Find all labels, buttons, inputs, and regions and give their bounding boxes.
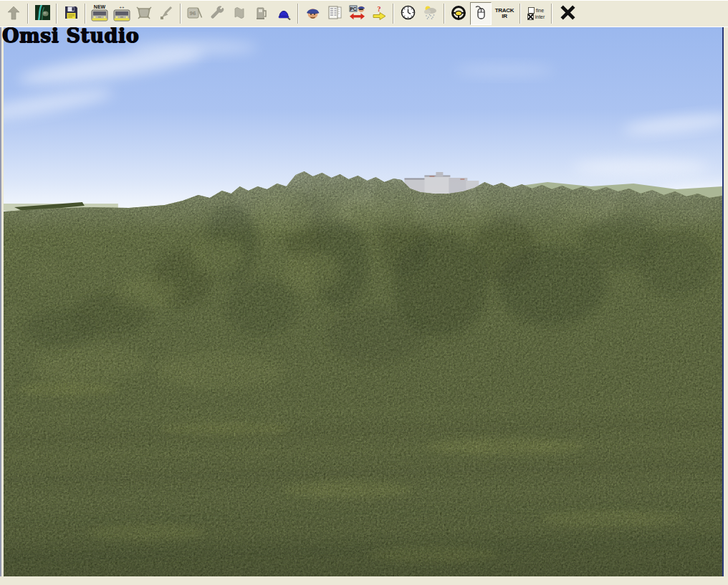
toolbar-separator bbox=[85, 4, 86, 24]
price-96-icon: 96 bbox=[187, 6, 203, 22]
clock-icon bbox=[401, 5, 416, 22]
toolbar-separator bbox=[393, 4, 394, 24]
change-bus-label: ↔ bbox=[118, 4, 125, 9]
trackir-label: TRACK IR bbox=[495, 8, 514, 19]
toolbar: NEW ↔ 96 bbox=[0, 0, 728, 27]
toolbar-separator bbox=[56, 4, 57, 24]
toolbar-separator bbox=[180, 4, 181, 24]
pc-driver-swap-button[interactable]: PC bbox=[346, 2, 368, 25]
timetable-icon bbox=[327, 5, 343, 22]
sack-icon bbox=[232, 6, 246, 22]
new-bus-button[interactable]: NEW bbox=[89, 2, 110, 25]
bus-front-icon bbox=[91, 9, 108, 24]
mouse-control-button[interactable] bbox=[470, 2, 492, 25]
cargo-button[interactable] bbox=[229, 2, 250, 25]
save-button[interactable] bbox=[60, 2, 82, 25]
terrain-render bbox=[4, 27, 722, 576]
option-inter[interactable]: inter bbox=[527, 14, 545, 20]
wrench-icon bbox=[209, 5, 225, 23]
time-button[interactable] bbox=[397, 2, 418, 25]
new-bus-label: NEW bbox=[94, 4, 105, 9]
diagonal-arrow-icon bbox=[159, 6, 173, 22]
svg-text:PC: PC bbox=[350, 6, 356, 11]
window-edge bbox=[0, 27, 1, 576]
bus-front-icon bbox=[113, 9, 130, 24]
toolbar-separator bbox=[551, 4, 552, 24]
option-fine[interactable]: fine bbox=[528, 7, 544, 14]
toolbar-separator bbox=[519, 4, 521, 24]
svg-text:96: 96 bbox=[190, 10, 196, 16]
weather-button[interactable] bbox=[419, 2, 441, 25]
trackir-button[interactable]: TRACK IR bbox=[492, 2, 517, 25]
blue-beacon-icon bbox=[277, 6, 291, 22]
route-help-button[interactable]: ? bbox=[368, 2, 390, 25]
app-title: Omsi Studio bbox=[2, 26, 139, 46]
checkbox-checked-icon[interactable] bbox=[527, 14, 534, 20]
insert-object-button[interactable] bbox=[155, 2, 177, 25]
frame-icon bbox=[136, 6, 152, 22]
frame-object-button[interactable] bbox=[133, 2, 155, 25]
steering-button[interactable] bbox=[448, 2, 469, 25]
question-arrow-icon: ? bbox=[372, 5, 387, 23]
map-thumbnail-icon bbox=[35, 5, 50, 22]
terrain-3d-viewport[interactable] bbox=[4, 27, 724, 576]
price-sign-button[interactable]: 96 bbox=[184, 2, 206, 25]
mouse-icon bbox=[474, 5, 488, 23]
render-options-button[interactable]: fine inter bbox=[524, 2, 548, 25]
close-button[interactable] bbox=[555, 2, 580, 25]
close-x-icon bbox=[559, 4, 577, 24]
up-arrow-icon bbox=[6, 5, 21, 23]
weather-icon bbox=[422, 5, 438, 22]
map-view-button[interactable] bbox=[32, 2, 53, 25]
navigate-up-button[interactable] bbox=[3, 2, 24, 25]
timetable-button[interactable] bbox=[324, 2, 345, 25]
repair-button[interactable] bbox=[206, 2, 228, 25]
toolbar-separator bbox=[444, 4, 445, 24]
option-inter-label: inter bbox=[535, 14, 545, 20]
svg-text:?: ? bbox=[377, 5, 380, 13]
checkbox-unchecked-icon[interactable] bbox=[528, 7, 535, 14]
driver-face-icon bbox=[305, 5, 320, 22]
pc-driver-swap-icon: PC bbox=[349, 5, 365, 22]
beacon-button[interactable] bbox=[273, 2, 294, 25]
toolbar-separator bbox=[297, 4, 299, 24]
floppy-disk-icon bbox=[64, 5, 79, 22]
refuel-button[interactable] bbox=[251, 2, 272, 25]
toolbar-separator bbox=[27, 4, 29, 24]
fuel-pump-icon bbox=[254, 6, 269, 22]
driver-button[interactable] bbox=[302, 2, 323, 25]
option-fine-label: fine bbox=[536, 7, 544, 14]
change-bus-button[interactable]: ↔ bbox=[111, 2, 133, 25]
steering-wheel-icon bbox=[451, 5, 466, 23]
